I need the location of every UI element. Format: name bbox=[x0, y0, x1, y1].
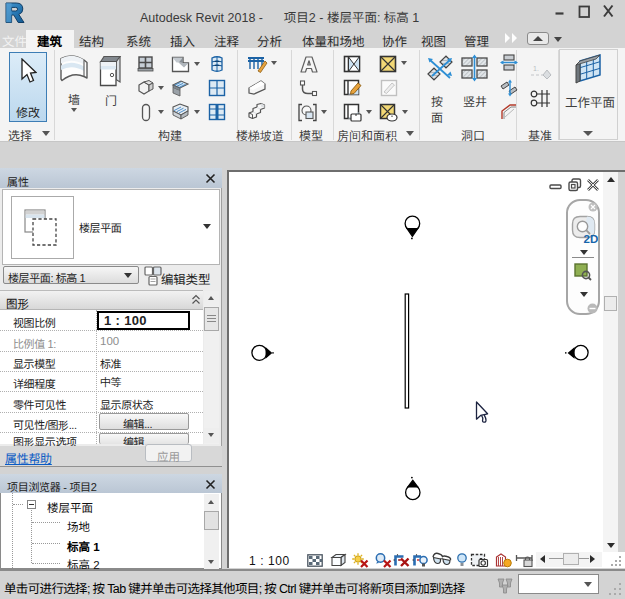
svg-text:1.: 1. bbox=[533, 65, 539, 72]
